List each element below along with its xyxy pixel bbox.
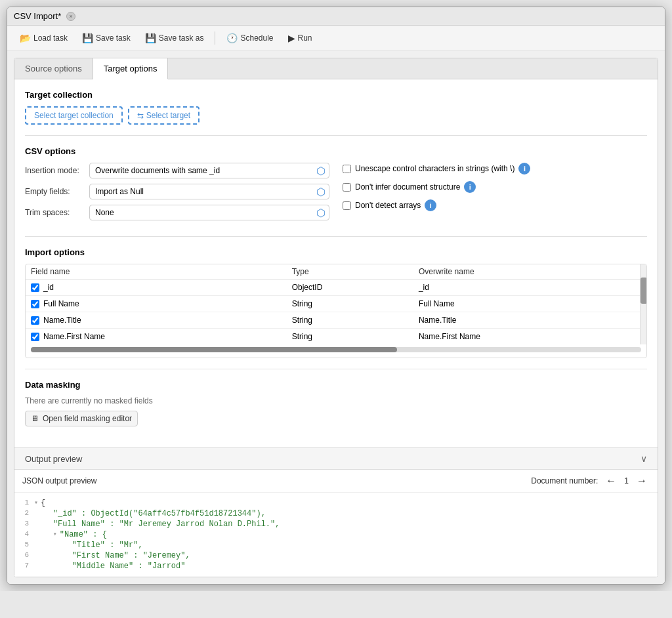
row-4-field: Name.First Name [26,329,287,345]
no-arrays-checkbox-row: Don't detect arrays i [343,199,647,211]
no-arrays-label: Don't detect arrays [355,201,421,210]
select-target-collection-button[interactable]: Select target collection [25,106,123,125]
tabs-container: Source options Target options Target col… [14,58,658,577]
tab-source-options[interactable]: Source options [14,58,93,79]
horiz-scroll-wrapper [26,344,646,358]
row-1-checkbox[interactable] [31,283,39,292]
row-2-overwrite: Full Name [413,296,636,312]
row-4-field-name: Name.First Name [43,332,105,341]
window-title: CSV Import* [14,11,61,21]
json-line-1: 1 ▾ { [14,498,658,508]
load-task-button[interactable]: 📂 Load task [14,30,74,47]
row-1-overwrite: _id [413,279,636,296]
insertion-mode-label: Insertion mode: [25,166,84,175]
col-type: Type [287,264,413,279]
line-number: 6 [14,551,34,559]
fold-icon[interactable]: ▾ [34,499,38,506]
close-button[interactable]: × [66,12,75,21]
json-title-line: "Title" : "Mr", [72,541,143,550]
load-task-icon: 📂 [20,33,31,43]
row-3-checkbox[interactable] [31,316,39,325]
run-label: Run [298,33,312,43]
line-number: 5 [14,541,34,548]
empty-fields-select[interactable]: Import as Null [89,184,329,199]
line-number: 2 [14,509,34,517]
divider-3 [25,369,647,369]
json-id-line: "_id" : ObjectId("64aff4c57fb4f51d187213… [53,509,266,518]
output-preview-bar[interactable]: Output preview ∨ [14,447,658,469]
row-2-field: Full Name [26,296,287,312]
row-1-field: _id [26,279,287,296]
json-fullname-line: "Full Name" : "Mr Jeremey Jarrod Nolan D… [53,520,280,529]
json-line-4: 4 ▾ "Name" : { [14,529,658,540]
unescape-checkbox[interactable] [343,165,351,173]
table-row: Name.First Name String Name.First Name [26,329,646,345]
run-icon: ▶ [288,33,295,43]
toolbar-separator [215,31,215,45]
divider-2 [25,236,647,237]
json-preview-header: JSON output preview Document number: ← 1… [14,470,658,493]
import-options-title: Import options [25,247,647,257]
save-task-as-button[interactable]: 💾 Save task as [139,30,210,47]
table-scrollbar[interactable] [640,264,646,344]
csv-options-left: Insertion mode: Overwrite documents with… [25,163,329,226]
no-infer-checkbox-row: Don't infer document structure i [343,181,647,193]
next-doc-button[interactable]: → [634,474,650,488]
row-2-check-label: Full Name [31,299,282,308]
line-number: 1 [14,499,34,506]
json-brace: { [41,499,45,508]
target-collection-section: Target collection Select target collecti… [25,90,647,125]
horiz-scrollbar-thumb [31,347,397,352]
row-2-checkbox[interactable] [31,300,39,308]
insertion-mode-select[interactable]: Overwrite documents with same _id [89,163,329,178]
no-infer-label: Don't infer document structure [355,182,460,192]
select-target-button[interactable]: ⇆ Select target [128,106,200,125]
no-arrays-info-icon[interactable]: i [425,199,436,211]
csv-options-right: Unescape control characters in strings (… [343,163,647,226]
row-3-field: Name.Title [26,312,287,329]
json-code-block: 1 ▾ { 2 "_id" : ObjectId("64aff4c57fb4f5… [14,493,658,577]
table-row: _id ObjectID _id [26,279,646,296]
trim-spaces-label: Trim spaces: [25,208,84,217]
schedule-button[interactable]: 🕐 Schedule [220,30,279,47]
row-1-check-label: _id [31,283,282,292]
unescape-info-icon[interactable]: i [518,163,530,175]
json-middlename-line: "Middle Name" : "Jarrod" [72,562,186,571]
table-scroll-area: Field name Type Overwrite name [26,264,646,344]
save-task-label: Save task [96,33,131,43]
json-line-3: 3 "Full Name" : "Mr Jeremey Jarrod Nolan… [14,519,658,529]
json-line-7: 7 "Middle Name" : "Jarrod" [14,561,658,571]
line-number: 7 [14,562,34,569]
trim-spaces-select[interactable]: None [89,205,329,220]
row-4-checkbox[interactable] [31,333,39,341]
tab-content: Target collection Select target collecti… [14,79,658,447]
json-preview-section: JSON output preview Document number: ← 1… [14,469,658,577]
load-task-label: Load task [33,33,68,43]
no-infer-info-icon[interactable]: i [464,181,476,193]
import-options-section: Import options Field name Type Overwrite… [25,247,647,358]
toolbar: 📂 Load task 💾 Save task 💾 Save task as 🕐… [7,26,665,51]
json-line-5: 5 "Title" : "Mr", [14,540,658,550]
prev-doc-button[interactable]: ← [603,474,619,488]
masking-editor-icon: 🖥 [31,414,39,423]
insertion-mode-wrapper: Overwrite documents with same _id ⬡ [89,163,329,178]
no-infer-checkbox[interactable] [343,183,351,192]
csv-options-grid: Insertion mode: Overwrite documents with… [25,163,647,226]
empty-fields-label: Empty fields: [25,187,84,196]
tab-target-options[interactable]: Target options [93,58,169,79]
horiz-scrollbar[interactable] [31,347,641,352]
json-preview-label: JSON output preview [22,476,96,485]
target-collection-title: Target collection [25,90,647,100]
run-button[interactable]: ▶ Run [282,30,318,47]
import-table-head: Field name Type Overwrite name [26,264,646,279]
fold-icon-name[interactable]: ▾ [53,530,57,538]
empty-fields-wrapper: Import as Null ⬡ [89,184,329,199]
open-masking-editor-button[interactable]: 🖥 Open field masking editor [25,411,138,426]
row-4-type: String [287,329,413,345]
output-preview-chevron-icon: ∨ [640,453,647,464]
save-task-button[interactable]: 💾 Save task [76,30,136,47]
no-arrays-checkbox[interactable] [343,201,351,210]
select-target-icon: ⇆ [137,111,144,120]
row-2-type: String [287,296,413,312]
row-3-overwrite: Name.Title [413,312,636,329]
